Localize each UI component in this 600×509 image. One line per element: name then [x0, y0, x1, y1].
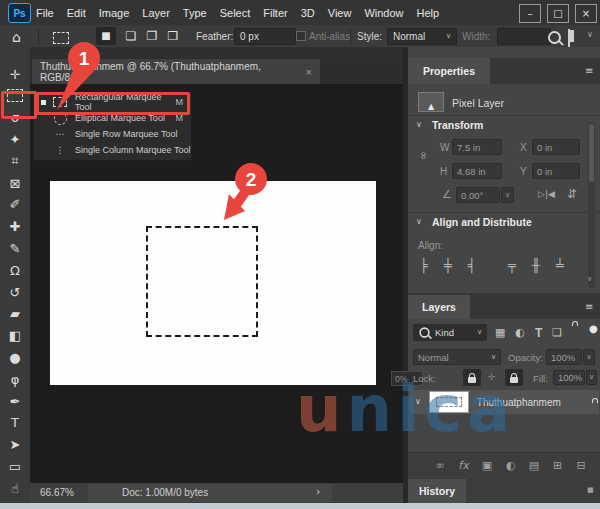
- menu-item-single-column-marquee[interactable]: ⋮ Single Column Marquee Tool: [34, 142, 191, 158]
- align-center-horizontal-icon[interactable]: ╪: [444, 258, 452, 273]
- rotate-angle-input[interactable]: 0.00°: [456, 187, 500, 203]
- zoom-level[interactable]: 66.67%: [40, 487, 74, 498]
- transform-collapse-icon[interactable]: ∨: [416, 121, 422, 129]
- chevron-down-icon[interactable]: ∨: [587, 31, 593, 39]
- align-distribute-header[interactable]: Align and Distribute: [432, 216, 532, 228]
- clone-stamp-tool[interactable]: Ω: [0, 260, 30, 280]
- new-layer-button[interactable]: ⊞: [548, 457, 568, 473]
- link-layers-button[interactable]: ∞: [430, 457, 450, 473]
- history-brush-tool[interactable]: ↺: [0, 282, 30, 302]
- document-tab[interactable]: Thuthuatphanmem @ 66.7% (Thuthuatphanmem…: [32, 59, 320, 84]
- brush-tool[interactable]: ✎: [0, 238, 30, 258]
- lock-all-button[interactable]: [505, 369, 523, 386]
- style-select[interactable]: Normal ∨: [387, 28, 457, 45]
- menu-item-single-row-marquee[interactable]: ⋯ Single Row Marquee Tool: [34, 126, 191, 142]
- eyedropper-tool[interactable]: ✐: [0, 195, 30, 215]
- transform-height-input[interactable]: 4.68 in: [452, 163, 502, 179]
- history-menu-icon[interactable]: ■: [587, 487, 594, 494]
- link-dimensions-icon[interactable]: ∞: [418, 151, 429, 160]
- healing-brush-tool[interactable]: ✚: [0, 217, 30, 237]
- move-tool[interactable]: ✛: [0, 64, 30, 84]
- menu-filter[interactable]: Filter: [263, 7, 287, 19]
- search-icon[interactable]: [548, 30, 561, 48]
- blend-mode-select[interactable]: Normal ∨: [413, 349, 501, 365]
- adjustment-layer-button[interactable]: ◐: [501, 457, 521, 473]
- tab-layers[interactable]: Layers: [408, 295, 470, 319]
- eraser-tool[interactable]: ▰: [0, 304, 30, 324]
- close-button[interactable]: ×: [575, 4, 597, 23]
- dodge-tool[interactable]: φ: [0, 369, 30, 389]
- delete-layer-button[interactable]: ⊟: [571, 457, 591, 473]
- menu-file[interactable]: File: [36, 7, 54, 19]
- path-selection-tool[interactable]: ➤: [0, 435, 30, 455]
- menu-edit[interactable]: Edit: [67, 7, 86, 19]
- pen-tool[interactable]: ✒: [0, 391, 30, 411]
- filter-smart-objects-icon[interactable]: ●: [589, 324, 598, 334]
- menu-item-rectangular-marquee[interactable]: Rectangular Marquee Tool M: [34, 94, 191, 110]
- home-icon[interactable]: ⌂: [12, 30, 21, 44]
- intersect-selection-mode-button[interactable]: ❒: [164, 27, 182, 45]
- menu-select[interactable]: Select: [220, 7, 251, 19]
- status-next-icon[interactable]: ›: [316, 486, 320, 497]
- fill-input[interactable]: 100%: [553, 370, 585, 385]
- layer-row[interactable]: ∨ Thuthuatphanmem: [409, 390, 599, 414]
- blur-tool[interactable]: ●: [0, 347, 30, 367]
- layer-effects-button[interactable]: fx: [454, 457, 474, 473]
- anti-alias-checkbox[interactable]: [296, 31, 306, 41]
- filter-type-layers-icon[interactable]: T: [535, 326, 542, 340]
- type-tool[interactable]: T: [0, 413, 30, 433]
- align-right-icon[interactable]: ╡: [468, 258, 476, 273]
- opacity-dropdown[interactable]: ∨: [583, 349, 595, 365]
- magic-wand-tool[interactable]: ✦: [0, 129, 30, 149]
- menu-help[interactable]: Help: [417, 7, 440, 19]
- menu-3d[interactable]: 3D: [301, 7, 315, 19]
- fill-dropdown[interactable]: ∨: [586, 370, 597, 385]
- tab-history[interactable]: History: [408, 479, 466, 503]
- menu-window[interactable]: Window: [364, 7, 403, 19]
- transform-y-input[interactable]: 0 in: [532, 163, 580, 179]
- align-collapse-icon[interactable]: ∨: [416, 218, 422, 226]
- layer-filter-kind-select[interactable]: Kind ∨: [413, 324, 487, 341]
- maximize-button[interactable]: □: [547, 4, 569, 23]
- layer-group-button[interactable]: ▤: [524, 457, 544, 473]
- layer-thumbnail[interactable]: [429, 391, 469, 413]
- filter-pixel-layers-icon[interactable]: ▦: [495, 327, 505, 338]
- menu-view[interactable]: View: [328, 7, 352, 19]
- feather-input[interactable]: 0 px: [234, 28, 296, 45]
- rectangular-marquee-tool[interactable]: [0, 86, 30, 106]
- align-left-icon[interactable]: ╞: [420, 258, 428, 273]
- layer-expand-icon[interactable]: ∨: [415, 398, 421, 406]
- flip-vertical-icon[interactable]: ⇵: [567, 188, 577, 200]
- lock-position-icon[interactable]: ✛: [487, 372, 495, 382]
- crop-tool[interactable]: ⌗: [0, 151, 30, 171]
- gradient-tool[interactable]: ◧: [0, 326, 30, 346]
- subtract-from-selection-mode-button[interactable]: ❐: [143, 27, 161, 45]
- menu-image[interactable]: Image: [99, 7, 130, 19]
- menu-item-elliptical-marquee[interactable]: Elliptical Marquee Tool M: [34, 110, 191, 126]
- scroll-down-icon[interactable]: ∨: [587, 276, 592, 283]
- transform-x-input[interactable]: 0 in: [532, 139, 580, 155]
- workspace-icon[interactable]: [568, 30, 570, 48]
- angle-dropdown[interactable]: ∨: [501, 187, 514, 203]
- align-bottom-icon[interactable]: ╧: [556, 258, 564, 273]
- minimize-button[interactable]: –: [519, 4, 541, 23]
- align-center-vertical-icon[interactable]: ╫: [532, 258, 540, 273]
- lasso-tool[interactable]: σ: [0, 108, 30, 128]
- tab-properties[interactable]: Properties: [408, 58, 490, 84]
- active-tool-icon[interactable]: [53, 30, 69, 48]
- rectangle-tool[interactable]: ▭: [0, 456, 30, 476]
- width-input[interactable]: [497, 28, 551, 45]
- menu-type[interactable]: Type: [183, 7, 207, 19]
- filter-shape-layers-icon[interactable]: ❏: [552, 327, 562, 338]
- layers-menu-icon[interactable]: ≡: [585, 302, 593, 312]
- layer-mask-button[interactable]: ▣: [477, 457, 497, 473]
- flip-horizontal-icon[interactable]: ▷|◀: [538, 190, 555, 199]
- properties-scrollbar-thumb[interactable]: [589, 124, 594, 182]
- new-selection-mode-button[interactable]: ■: [96, 27, 116, 45]
- filter-adjustment-layers-icon[interactable]: ◐: [515, 327, 525, 338]
- transform-header[interactable]: Transform: [432, 119, 483, 131]
- transform-width-input[interactable]: 7.5 in: [452, 139, 502, 155]
- properties-menu-icon[interactable]: ≡: [585, 66, 593, 76]
- opacity-input[interactable]: 100%: [546, 349, 582, 365]
- align-top-icon[interactable]: ╤: [508, 258, 516, 273]
